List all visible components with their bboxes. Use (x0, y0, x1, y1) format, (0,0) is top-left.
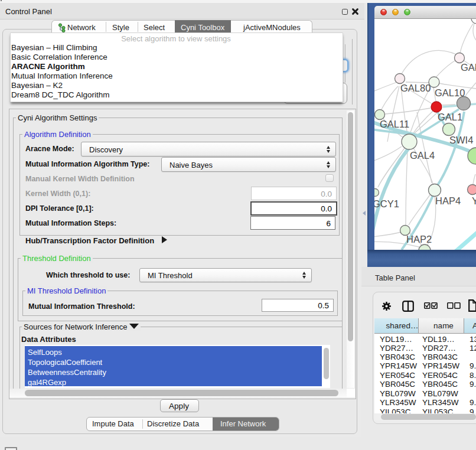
svg-text:GAL1: GAL1 (438, 112, 462, 122)
svg-text:GAL7: GAL7 (461, 62, 476, 73)
svg-text:HAP4: HAP4 (435, 195, 461, 206)
svg-text:GAL80: GAL80 (400, 83, 431, 93)
svg-text:GCY1: GCY1 (374, 198, 399, 209)
svg-text:Y: Y (472, 195, 476, 206)
svg-text:GAL4: GAL4 (410, 150, 435, 161)
svg-text:HAP2: HAP2 (406, 234, 432, 244)
svg-text:GAL11: GAL11 (380, 119, 409, 129)
svg-text:GAL10: GAL10 (435, 87, 465, 98)
svg-text:SWI4: SWI4 (449, 135, 473, 145)
